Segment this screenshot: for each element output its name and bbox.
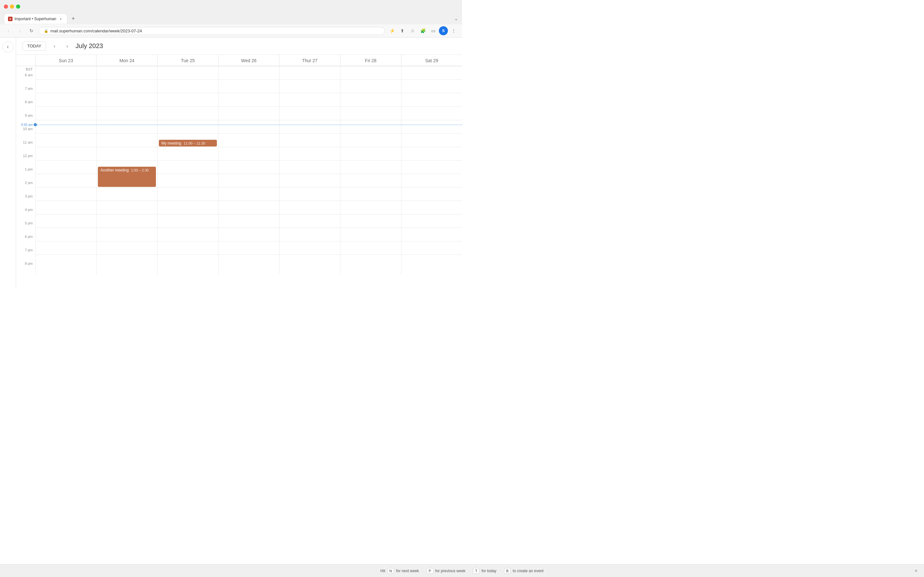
hour-cell[interactable] [36,201,96,214]
day-col-sat[interactable] [401,66,462,274]
hour-cell[interactable] [158,201,218,214]
hour-cell[interactable] [158,147,218,160]
new-tab-button[interactable]: + [69,14,78,23]
hour-cell[interactable] [218,79,279,93]
hour-cell[interactable] [401,255,462,268]
hour-cell[interactable] [36,79,96,93]
hour-cell[interactable] [401,147,462,160]
hour-cell[interactable] [218,201,279,214]
hour-cell[interactable] [401,174,462,187]
hour-cell[interactable] [279,201,340,214]
hour-cell[interactable] [36,133,96,147]
today-button[interactable]: TODAY [23,41,46,51]
prev-week-button[interactable]: ‹ [50,42,59,51]
hour-cell[interactable] [97,201,157,214]
hour-cell[interactable] [158,120,218,133]
hour-cell[interactable] [218,160,279,174]
hour-cell[interactable] [158,66,218,79]
sidebar-toggle-icon[interactable]: ▭ [429,26,438,35]
hour-cell[interactable] [341,241,401,255]
hour-cell[interactable] [36,106,96,120]
hour-cell[interactable] [341,133,401,147]
address-field[interactable]: 🔒 mail.superhuman.com/calendar/week/2023… [39,27,385,35]
refresh-button[interactable]: ↻ [27,26,36,35]
hour-cell[interactable] [36,174,96,187]
hour-cell[interactable] [218,106,279,120]
hour-cell[interactable] [279,255,340,268]
hour-cell[interactable] [158,106,218,120]
hour-cell[interactable] [341,174,401,187]
hour-cell[interactable] [341,201,401,214]
hour-cell[interactable] [401,120,462,133]
hour-cell[interactable] [158,187,218,201]
hour-cell[interactable] [279,93,340,106]
day-col-tue[interactable]: My meeting 11:00 – 11:30 [157,66,218,274]
hour-cell[interactable] [218,214,279,227]
hour-cell[interactable] [97,147,157,160]
hour-cell[interactable] [158,241,218,255]
hour-cell[interactable] [158,160,218,174]
back-nav-button[interactable]: ‹ [4,26,13,35]
day-col-thu[interactable] [279,66,340,274]
hour-cell[interactable] [218,174,279,187]
hour-cell[interactable] [341,66,401,79]
hour-cell[interactable] [401,133,462,147]
hour-cell[interactable] [218,227,279,241]
hour-cell[interactable] [158,214,218,227]
hour-cell[interactable] [279,241,340,255]
forward-nav-button[interactable]: › [15,26,24,35]
hour-cell[interactable] [218,133,279,147]
hour-cell[interactable] [36,147,96,160]
day-col-sun[interactable] [35,66,96,274]
hour-cell[interactable] [218,255,279,268]
profile-avatar[interactable]: S [439,26,448,35]
hour-cell[interactable] [36,214,96,227]
hour-cell[interactable] [341,187,401,201]
hour-cell[interactable] [279,147,340,160]
extensions-icon[interactable]: 🧩 [418,26,427,35]
share-icon[interactable]: ⬆ [398,26,407,35]
hour-cell[interactable] [218,66,279,79]
next-week-button[interactable]: › [63,42,72,51]
hour-cell[interactable] [401,66,462,79]
hour-cell[interactable] [341,79,401,93]
hour-cell[interactable] [36,255,96,268]
hour-cell[interactable] [97,93,157,106]
hour-cell[interactable] [401,79,462,93]
hour-cell[interactable] [158,93,218,106]
back-button[interactable]: ‹ [3,41,13,52]
hour-cell[interactable] [279,187,340,201]
hour-cell[interactable] [341,227,401,241]
more-options-icon[interactable]: ⋮ [449,26,458,35]
hour-cell[interactable] [97,106,157,120]
maximize-window-button[interactable] [16,5,20,9]
hour-cell[interactable] [341,147,401,160]
hour-cell[interactable] [401,106,462,120]
hour-cell[interactable] [401,201,462,214]
hour-cell[interactable] [341,93,401,106]
hour-cell[interactable] [97,79,157,93]
hour-cell[interactable] [158,174,218,187]
hour-cell[interactable] [158,79,218,93]
hour-cell[interactable] [341,106,401,120]
hour-cell[interactable] [158,255,218,268]
hour-cell[interactable] [218,93,279,106]
hour-cell[interactable] [401,93,462,106]
hour-cell[interactable] [36,187,96,201]
hour-cell[interactable] [36,66,96,79]
hour-cell[interactable] [97,187,157,201]
hour-cell[interactable] [279,120,340,133]
hour-cell[interactable] [97,227,157,241]
hour-cell[interactable] [279,227,340,241]
hour-cell[interactable] [97,255,157,268]
hour-cell[interactable] [97,214,157,227]
close-window-button[interactable] [4,5,8,9]
hour-cell[interactable] [158,227,218,241]
hour-cell[interactable] [36,241,96,255]
browser-tab[interactable]: S Important • Superhuman × [4,13,67,24]
hour-cell[interactable] [401,227,462,241]
day-col-fri[interactable] [340,66,401,274]
hour-cell[interactable] [341,214,401,227]
hour-cell[interactable] [97,66,157,79]
hour-cell[interactable] [401,160,462,174]
